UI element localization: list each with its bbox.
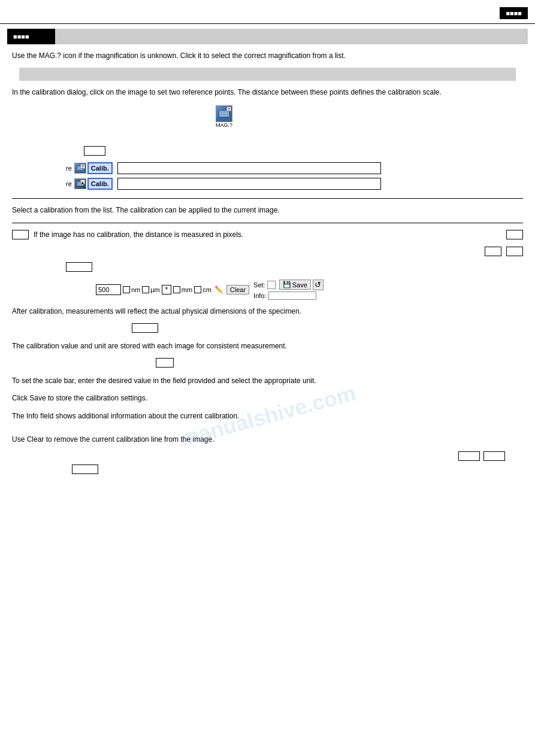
um-label[interactable]: μm — [142, 286, 160, 293]
set-info-group: Set: 💾 Save ↺ Info: — [253, 280, 324, 300]
section-bar-gray-1 — [55, 29, 528, 44]
small-box-2 — [66, 262, 92, 272]
calib-row-1: re ? Calib. — [66, 162, 523, 174]
info-input[interactable] — [268, 292, 316, 300]
small-box-3 — [132, 323, 158, 333]
small-box-row-2 — [66, 262, 523, 274]
measure-toolbar: nm μm * mm cm ✏️ Clear Set: — [96, 280, 523, 300]
inline-box-3 — [485, 247, 501, 256]
mag-icon-1: ? MAG.? — [216, 105, 232, 128]
set-input[interactable] — [267, 281, 276, 289]
star-icon: * — [165, 286, 168, 294]
info-row: Info: — [253, 292, 324, 300]
save-label: Save — [292, 281, 307, 289]
paragraph-1: Use the MAG.? icon if the magnification … — [12, 50, 523, 62]
section-bar-1: ■■■■ — [7, 29, 528, 44]
calib-icon-symbol: ▲ — [80, 180, 85, 184]
mag-icons-area: ? MAG.? — [36, 105, 523, 141]
calib-row-2: re ▲ Calib. — [66, 178, 523, 190]
cm-checkbox[interactable] — [194, 286, 201, 293]
paragraph-7: Click Save to store the calibration sett… — [12, 393, 523, 404]
refresh-button[interactable]: ↺ — [313, 280, 324, 290]
calib-label-group-2: re ▲ Calib. — [66, 178, 113, 190]
small-box-row-4 — [156, 358, 523, 369]
mm-unit: mm — [182, 286, 192, 293]
inline-box-section-2 — [12, 247, 523, 256]
nm-checkbox[interactable] — [123, 286, 130, 293]
bottom-box-section: Use Clear to remove the current calibrat… — [12, 434, 523, 476]
clear-label: Clear — [230, 286, 246, 293]
inline-box-2 — [506, 230, 523, 239]
calib-label-group-1: re ? Calib. — [66, 162, 113, 174]
set-text: Set: — [253, 281, 265, 289]
measure-value-input[interactable] — [96, 284, 121, 295]
small-box-4 — [156, 358, 174, 368]
small-box-row-3 — [132, 323, 523, 335]
save-button[interactable]: 💾 Save — [279, 280, 311, 290]
gray-bar-2 — [19, 68, 516, 81]
bottom-boxes — [12, 451, 505, 461]
info-text: Info: — [253, 292, 266, 299]
calib-btn-label-1: Calib. — [91, 165, 109, 172]
question-mark-1: ? — [226, 107, 231, 111]
paragraph-3: Select a calibration from the list. The … — [12, 205, 523, 216]
calib-textbox-2[interactable] — [117, 178, 381, 190]
calib-mag-icon-1[interactable]: ? — [74, 163, 86, 174]
paragraph-4: After calibration, measurements will ref… — [12, 306, 523, 317]
nm-label[interactable]: nm — [123, 286, 140, 293]
inline-box-1 — [12, 230, 29, 239]
mag-label-1: MAG.? — [216, 122, 232, 128]
cm-label[interactable]: cm — [194, 286, 211, 293]
refresh-icon: ↺ — [315, 280, 321, 289]
calib-prefix-1: re — [66, 165, 72, 172]
clear-button[interactable]: Clear — [226, 285, 249, 294]
mag-icon-img-1: ? — [216, 105, 232, 122]
floppy-icon: 💾 — [283, 281, 291, 289]
star-button[interactable]: * — [162, 285, 171, 294]
um-checkbox[interactable] — [142, 286, 149, 293]
set-row: Set: 💾 Save ↺ — [253, 280, 324, 290]
small-box-1 — [84, 146, 105, 156]
calib-question-1: ? — [80, 164, 85, 169]
small-box-row-1 — [84, 146, 523, 157]
inline-box-4 — [506, 247, 523, 256]
paragraph-5: The calibration value and unit are store… — [12, 341, 523, 352]
hr-2 — [12, 223, 523, 223]
calib-prefix-2: re — [66, 180, 72, 187]
hr-1 — [12, 198, 523, 199]
cm-unit: cm — [202, 286, 211, 293]
paragraph-6: To set the scale bar, enter the desired … — [12, 375, 523, 387]
bottom-box-3 — [72, 464, 98, 474]
calib-button-1[interactable]: Calib. — [87, 162, 113, 174]
paragraph-8: The Info field shows additional informat… — [12, 411, 523, 422]
top-header: ■■■■ — [0, 0, 535, 24]
calib-button-2[interactable]: Calib. — [87, 178, 113, 190]
calib-btn-label-2: Calib. — [91, 180, 109, 187]
calib-mag-icon-2[interactable]: ▲ — [74, 178, 86, 189]
mm-checkbox[interactable] — [173, 286, 180, 293]
main-content: Use the MAG.? icon if the magnification … — [0, 50, 535, 476]
section-bar-badge-1: ■■■■ — [7, 29, 55, 44]
mm-label[interactable]: mm — [173, 286, 192, 293]
paragraph-9: Use Clear to remove the current calibrat… — [12, 434, 523, 445]
um-unit: μm — [150, 286, 160, 293]
bottom-box-2 — [483, 451, 505, 461]
bottom-box-row — [72, 464, 523, 476]
top-badge: ■■■■ — [500, 7, 528, 19]
inline-box-section-1: If the image has no calibration, the dis… — [12, 229, 523, 241]
bottom-box-1 — [458, 451, 480, 461]
text-spacer-1: If the image has no calibration, the dis… — [34, 229, 501, 241]
paragraph-2: In the calibration dialog, click on the … — [12, 87, 523, 98]
pencil-icon: ✏️ — [214, 286, 223, 294]
calib-textbox-1[interactable] — [117, 162, 381, 174]
nm-unit: nm — [131, 286, 140, 293]
